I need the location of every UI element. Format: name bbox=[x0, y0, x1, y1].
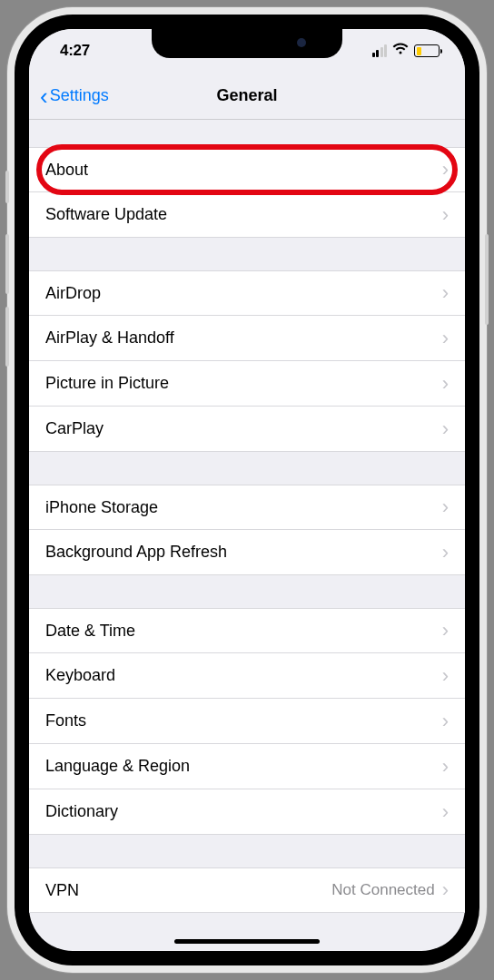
chevron-right-icon: › bbox=[442, 757, 449, 777]
chevron-right-icon: › bbox=[442, 666, 449, 686]
row-label: Date & Time bbox=[45, 622, 442, 641]
chevron-right-icon: › bbox=[442, 543, 449, 563]
row-label: Keyboard bbox=[45, 666, 442, 685]
row-label: Dictionary bbox=[45, 802, 442, 821]
page-title: General bbox=[216, 86, 277, 105]
settings-content[interactable]: About›Software Update›AirDrop›AirPlay & … bbox=[29, 120, 465, 951]
row-label: AirDrop bbox=[45, 284, 442, 303]
chevron-right-icon: › bbox=[442, 419, 449, 439]
settings-row-background-app-refresh[interactable]: Background App Refresh› bbox=[29, 530, 465, 575]
chevron-right-icon: › bbox=[442, 621, 449, 641]
row-label: Fonts bbox=[45, 711, 442, 730]
settings-row-fonts[interactable]: Fonts› bbox=[29, 699, 465, 744]
row-label: iPhone Storage bbox=[45, 498, 442, 517]
chevron-left-icon: ‹ bbox=[40, 84, 48, 108]
chevron-right-icon: › bbox=[442, 711, 449, 731]
row-label: Background App Refresh bbox=[45, 543, 442, 562]
settings-row-vpn[interactable]: VPNNot Connected› bbox=[29, 867, 465, 913]
settings-row-iphone-storage[interactable]: iPhone Storage› bbox=[29, 485, 465, 530]
settings-row-carplay[interactable]: CarPlay› bbox=[29, 407, 465, 452]
home-indicator[interactable] bbox=[174, 939, 320, 944]
settings-row-airplay-handoff[interactable]: AirPlay & Handoff› bbox=[29, 316, 465, 361]
cellular-icon bbox=[372, 44, 388, 57]
battery-icon bbox=[414, 44, 440, 57]
row-label: Software Update bbox=[45, 205, 442, 224]
chevron-right-icon: › bbox=[442, 374, 449, 394]
chevron-right-icon: › bbox=[442, 802, 449, 822]
settings-row-airdrop[interactable]: AirDrop› bbox=[29, 270, 465, 316]
device-notch bbox=[152, 29, 342, 58]
row-value: Not Connected bbox=[331, 881, 434, 899]
row-label: VPN bbox=[45, 881, 331, 900]
back-label: Settings bbox=[50, 86, 109, 105]
settings-row-software-update[interactable]: Software Update› bbox=[29, 192, 465, 238]
chevron-right-icon: › bbox=[442, 880, 449, 900]
chevron-right-icon: › bbox=[442, 205, 449, 225]
row-label: Picture in Picture bbox=[45, 374, 442, 393]
settings-row-language-region[interactable]: Language & Region› bbox=[29, 744, 465, 789]
wifi-icon bbox=[392, 43, 409, 59]
back-button[interactable]: ‹ Settings bbox=[40, 84, 109, 108]
chevron-right-icon: › bbox=[442, 283, 449, 303]
chevron-right-icon: › bbox=[442, 328, 449, 348]
settings-row-date-time[interactable]: Date & Time› bbox=[29, 608, 465, 653]
row-label: AirPlay & Handoff bbox=[45, 328, 442, 348]
chevron-right-icon: › bbox=[442, 497, 449, 517]
row-label: About bbox=[45, 161, 442, 180]
chevron-right-icon: › bbox=[442, 160, 449, 180]
navigation-bar: ‹ Settings General bbox=[29, 73, 465, 120]
settings-row-about[interactable]: About› bbox=[29, 147, 465, 192]
row-label: CarPlay bbox=[45, 419, 442, 438]
row-label: Language & Region bbox=[45, 757, 442, 776]
settings-row-dictionary[interactable]: Dictionary› bbox=[29, 789, 465, 835]
status-time: 4:27 bbox=[60, 42, 90, 60]
settings-row-picture-in-picture[interactable]: Picture in Picture› bbox=[29, 361, 465, 407]
settings-row-keyboard[interactable]: Keyboard› bbox=[29, 653, 465, 699]
